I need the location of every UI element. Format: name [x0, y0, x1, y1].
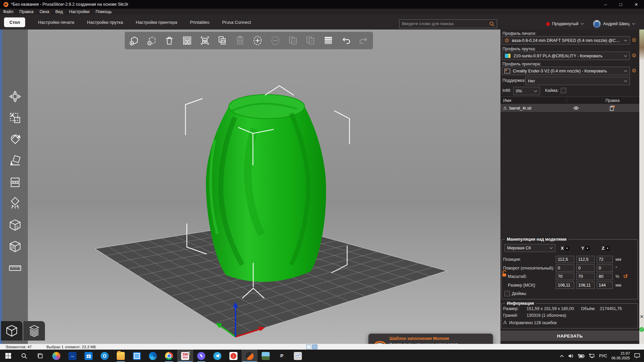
- rotation-z-input[interactable]: [597, 264, 613, 272]
- brim-checkbox[interactable]: [561, 88, 566, 93]
- tab-printer-settings[interactable]: Настройки принтера: [136, 20, 177, 25]
- inches-checkbox[interactable]: [504, 291, 510, 296]
- undo-button[interactable]: [341, 35, 352, 46]
- rotation-y-input[interactable]: [576, 264, 595, 272]
- preview-view-button[interactable]: [23, 321, 45, 341]
- prusaslicer-icon[interactable]: [241, 350, 258, 362]
- model-vase[interactable]: [206, 95, 326, 282]
- task-view-icon[interactable]: [32, 350, 48, 362]
- volume-icon[interactable]: [568, 354, 574, 358]
- tab-filament-settings[interactable]: Настройки прутка: [87, 20, 123, 25]
- scale-x-input[interactable]: [556, 273, 574, 280]
- arrange-selection-button[interactable]: [200, 35, 210, 46]
- status-mini-icon-1[interactable]: [306, 345, 311, 349]
- taskbar-search-icon[interactable]: [16, 350, 32, 362]
- search-input[interactable]: Введите слово для поиска: [399, 19, 497, 28]
- copilot-icon[interactable]: [48, 350, 64, 362]
- teamviewer-icon[interactable]: ↔: [64, 350, 80, 362]
- menu-windows[interactable]: Окна: [37, 9, 52, 14]
- delete-all-button[interactable]: [164, 35, 175, 46]
- menu-edit[interactable]: Правка: [16, 9, 37, 14]
- status-mini-icon-2[interactable]: [312, 345, 317, 349]
- delete-object-button[interactable]: [147, 35, 157, 46]
- tab-printables[interactable]: Printables: [190, 20, 209, 25]
- viber-icon[interactable]: [193, 350, 209, 362]
- eye-visibility-icon[interactable]: [573, 106, 579, 110]
- p-app-icon[interactable]: P: [274, 350, 290, 362]
- editor-view-button[interactable]: [1, 321, 22, 341]
- cut-tool-button[interactable]: [2, 172, 28, 193]
- rotation-x-input[interactable]: [556, 264, 574, 272]
- tab-plater[interactable]: Стол: [4, 17, 25, 27]
- search-icon[interactable]: [489, 21, 494, 26]
- menu-view[interactable]: Вид: [52, 9, 66, 14]
- scale-tool-button[interactable]: [2, 107, 28, 129]
- arrange-button[interactable]: [182, 35, 193, 46]
- scale-z-input[interactable]: [597, 273, 613, 280]
- outlook-icon[interactable]: O: [97, 350, 113, 362]
- start-button[interactable]: [0, 350, 16, 362]
- size-y-input[interactable]: [576, 282, 595, 289]
- tab-prusa-connect[interactable]: Prusa Connect: [222, 20, 251, 25]
- mode-selector[interactable]: Продвинутый: [546, 19, 584, 28]
- add-object-button[interactable]: [129, 35, 140, 46]
- uniform-scale-lock-icon[interactable]: [502, 269, 507, 282]
- print-profile-settings-icon[interactable]: ⚙: [632, 38, 636, 43]
- position-y-input[interactable]: [576, 256, 595, 263]
- edit-object-icon[interactable]: [610, 106, 615, 111]
- maximize-button[interactable]: □: [613, 0, 629, 9]
- size-z-input[interactable]: [597, 282, 613, 289]
- measure-tool-button[interactable]: [2, 257, 28, 279]
- object-row-barrel[interactable]: ⚠ barrel_4r.stl: [500, 104, 639, 112]
- rotate-tool-button[interactable]: [2, 129, 28, 150]
- scale-y-input[interactable]: [576, 273, 595, 280]
- add-instance-button[interactable]: [252, 35, 263, 46]
- axis-z-icon[interactable]: [606, 246, 610, 250]
- coordinate-system-select[interactable]: Мировая СК: [504, 244, 555, 252]
- position-z-input[interactable]: [597, 256, 613, 263]
- close-button[interactable]: ✕: [629, 0, 644, 9]
- clock[interactable]: 21:07 06.05.2025: [611, 351, 630, 361]
- place-on-face-tool-button[interactable]: [2, 150, 28, 172]
- telegram-icon[interactable]: [209, 350, 225, 362]
- reset-scale-icon[interactable]: ↺: [623, 273, 628, 280]
- music-app-icon[interactable]: ♪: [225, 350, 241, 362]
- viewport-3d[interactable]: O P Шаблон заполнения Молния Знаете ли в…: [0, 29, 500, 344]
- filament-profile-select[interactable]: 210-sunlu-0.97 PLA @CREALITY - Копироват…: [502, 52, 630, 60]
- network-icon[interactable]: [589, 354, 595, 358]
- edge-icon[interactable]: [145, 350, 161, 362]
- printer-profile-settings-icon[interactable]: ⚙: [632, 68, 636, 73]
- print-profile-select[interactable]: ⚙ ваза-0.6-0.24 mm DRAFT SPEED (0.4 mm n…: [502, 36, 630, 45]
- move-tool-button[interactable]: [2, 86, 28, 107]
- seam-painting-tool-button[interactable]: [2, 215, 28, 236]
- copy-button[interactable]: [217, 35, 228, 46]
- tab-print-settings[interactable]: Настройки печати: [38, 20, 74, 25]
- game-icon[interactable]: [258, 350, 274, 362]
- notifications-icon[interactable]: [634, 353, 640, 358]
- axis-y-icon[interactable]: [586, 246, 590, 250]
- chrome-icon[interactable]: [161, 350, 177, 362]
- multimaterial-painting-tool-button[interactable]: [2, 236, 28, 257]
- system-monitor-icon[interactable]: [290, 350, 306, 362]
- slice-now-button[interactable]: НАРЕЗАТЬ: [500, 331, 639, 341]
- menu-help[interactable]: Помощь: [93, 9, 115, 14]
- infill-select[interactable]: 0%: [513, 87, 540, 95]
- menu-file[interactable]: Файл: [0, 9, 16, 14]
- menu-settings[interactable]: Настройки: [66, 9, 93, 14]
- axis-x-icon[interactable]: [565, 246, 569, 250]
- support-select[interactable]: Нет: [525, 77, 630, 85]
- size-x-input[interactable]: [556, 282, 574, 289]
- paint-supports-tool-button[interactable]: [2, 193, 28, 215]
- file-explorer-icon[interactable]: [113, 350, 129, 362]
- solidworks-2020-icon[interactable]: SW 2020 ⌛: [177, 350, 193, 362]
- photos-app-icon[interactable]: [129, 350, 145, 362]
- language-indicator[interactable]: РУС: [599, 354, 607, 358]
- filament-profile-settings-icon[interactable]: ⚙: [632, 53, 636, 58]
- printer-profile-select[interactable]: Creality Ender-3 V2 (0.4 mm nozzle) - Ко…: [502, 67, 630, 75]
- minimize-button[interactable]: –: [598, 0, 613, 9]
- tray-chevron-up-icon[interactable]: [560, 355, 564, 357]
- variable-layer-height-button[interactable]: [323, 35, 334, 46]
- position-x-input[interactable]: [556, 256, 574, 263]
- battery-icon[interactable]: [578, 354, 585, 358]
- ms-store-icon[interactable]: [80, 350, 97, 362]
